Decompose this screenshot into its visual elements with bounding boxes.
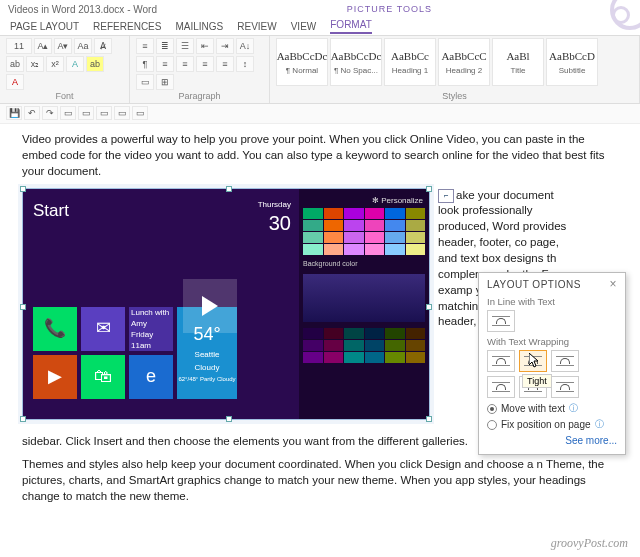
color-swatch	[324, 340, 344, 351]
title-bar: Videos in Word 2013.docx - Word PICTURE …	[0, 0, 640, 18]
radio-icon	[487, 404, 497, 414]
multilevel-button[interactable]: ☰	[176, 38, 194, 54]
paragraph: Video provides a powerful way to help yo…	[22, 132, 618, 180]
bullets-button[interactable]: ≡	[136, 38, 154, 54]
color-swatch	[344, 328, 364, 339]
line-spacing-button[interactable]: ↕	[236, 56, 254, 72]
info-icon[interactable]: ⓘ	[595, 418, 604, 431]
group-label-font: Font	[6, 91, 123, 101]
close-icon[interactable]: ×	[609, 279, 617, 290]
strikethrough-button[interactable]: ab	[6, 56, 24, 72]
color-swatch	[385, 340, 405, 351]
ribbon-group-styles: AaBbCcDc¶ NormalAaBbCcDc¶ No Spac...AaBb…	[270, 36, 640, 103]
color-swatch	[365, 232, 385, 243]
start-label: Start	[33, 199, 289, 222]
resize-handle[interactable]	[426, 186, 432, 192]
tooltip: Tight	[522, 374, 552, 388]
layout-options-icon[interactable]: ⌐	[438, 189, 454, 203]
qat-button[interactable]: ▭	[114, 106, 130, 120]
qat-undo-icon[interactable]: ↶	[24, 106, 40, 120]
color-swatch	[365, 244, 385, 255]
qat-save-icon[interactable]: 💾	[6, 106, 22, 120]
decrease-indent-button[interactable]: ⇤	[196, 38, 214, 54]
qat-button[interactable]: ▭	[132, 106, 148, 120]
tile-store-icon: 🛍	[81, 355, 125, 399]
style-title[interactable]: AaBlTitle	[492, 38, 544, 86]
align-left-button[interactable]: ≡	[156, 56, 174, 72]
text-effects-button[interactable]: A	[66, 56, 84, 72]
embedded-video[interactable]: Start Thursday 30 📞 ✉ Lunch with AmyFrid…	[22, 188, 430, 420]
qat-button[interactable]: ▭	[60, 106, 76, 120]
color-swatch	[385, 208, 405, 219]
color-swatch	[344, 220, 364, 231]
color-swatch	[406, 352, 426, 363]
wrap-front[interactable]	[551, 376, 579, 398]
radio-icon	[487, 420, 497, 430]
color-swatch	[324, 208, 344, 219]
tab-page-layout[interactable]: PAGE LAYOUT	[10, 21, 79, 32]
tab-view[interactable]: VIEW	[291, 21, 317, 32]
font-size-combo[interactable]: 11	[6, 38, 32, 54]
color-swatch	[324, 244, 344, 255]
style-subtitle[interactable]: AaBbCcDSubtitle	[546, 38, 598, 86]
grow-font-button[interactable]: A▴	[34, 38, 52, 54]
color-swatch	[303, 328, 323, 339]
wrap-inline[interactable]	[487, 310, 515, 332]
radio-move-with-text[interactable]: Move with text ⓘ	[487, 402, 617, 415]
clear-formatting-button[interactable]: A̷	[94, 38, 112, 54]
info-icon[interactable]: ⓘ	[569, 402, 578, 415]
wrap-square[interactable]	[487, 350, 515, 372]
radio-fix-position[interactable]: Fix position on page ⓘ	[487, 418, 617, 431]
style-normal[interactable]: AaBbCcDc¶ Normal	[276, 38, 328, 86]
resize-handle[interactable]	[426, 416, 432, 422]
tab-format[interactable]: FORMAT	[330, 19, 371, 34]
tab-review[interactable]: REVIEW	[237, 21, 276, 32]
color-swatch	[406, 232, 426, 243]
resize-handle[interactable]	[426, 304, 432, 310]
qat-redo-icon[interactable]: ↷	[42, 106, 58, 120]
quick-access-toolbar: 💾 ↶ ↷ ▭ ▭ ▭ ▭ ▭	[0, 104, 640, 124]
subscript-button[interactable]: x₂	[26, 56, 44, 72]
group-label-paragraph: Paragraph	[136, 91, 263, 101]
see-more-link[interactable]: See more...	[487, 435, 617, 446]
font-color-button[interactable]: A	[6, 74, 24, 90]
tile-contact: Lunch with AmyFriday 11am	[129, 307, 173, 351]
color-swatch	[324, 328, 344, 339]
color-swatch	[385, 328, 405, 339]
show-marks-button[interactable]: ¶	[136, 56, 154, 72]
wrap-through[interactable]	[551, 350, 579, 372]
qat-button[interactable]: ▭	[78, 106, 94, 120]
bg-color-label: Background color	[303, 259, 425, 269]
justify-button[interactable]: ≡	[216, 56, 234, 72]
change-case-button[interactable]: Aa	[74, 38, 92, 54]
sort-button[interactable]: A↓	[236, 38, 254, 54]
color-swatch	[324, 232, 344, 243]
video-date: 30	[258, 210, 291, 238]
color-swatch	[344, 340, 364, 351]
color-swatch	[365, 340, 385, 351]
color-swatch	[303, 352, 323, 363]
play-button[interactable]	[183, 279, 237, 333]
color-swatch	[365, 352, 385, 363]
highlight-button[interactable]: ab	[86, 56, 104, 72]
borders-button[interactable]: ⊞	[156, 74, 174, 90]
ribbon-group-font: 11 A▴ A▾ Aa A̷ ab x₂ x² A ab A Font	[0, 36, 130, 103]
numbering-button[interactable]: ≣	[156, 38, 174, 54]
center-button[interactable]: ≡	[176, 56, 194, 72]
shrink-font-button[interactable]: A▾	[54, 38, 72, 54]
tab-mailings[interactable]: MAILINGS	[175, 21, 223, 32]
style-heading1[interactable]: AaBbCcHeading 1	[384, 38, 436, 86]
style-heading2[interactable]: AaBbCcCHeading 2	[438, 38, 490, 86]
document-title: Videos in Word 2013.docx - Word	[8, 4, 347, 15]
tile-ie-icon: e	[129, 355, 173, 399]
increase-indent-button[interactable]: ⇥	[216, 38, 234, 54]
tab-references[interactable]: REFERENCES	[93, 21, 161, 32]
superscript-button[interactable]: x²	[46, 56, 64, 72]
qat-button[interactable]: ▭	[96, 106, 112, 120]
shading-button[interactable]: ▭	[136, 74, 154, 90]
align-right-button[interactable]: ≡	[196, 56, 214, 72]
group-label-styles: Styles	[276, 91, 633, 101]
wrap-top-bottom[interactable]	[487, 376, 515, 398]
style-nospac[interactable]: AaBbCcDc¶ No Spac...	[330, 38, 382, 86]
play-icon	[202, 296, 218, 316]
